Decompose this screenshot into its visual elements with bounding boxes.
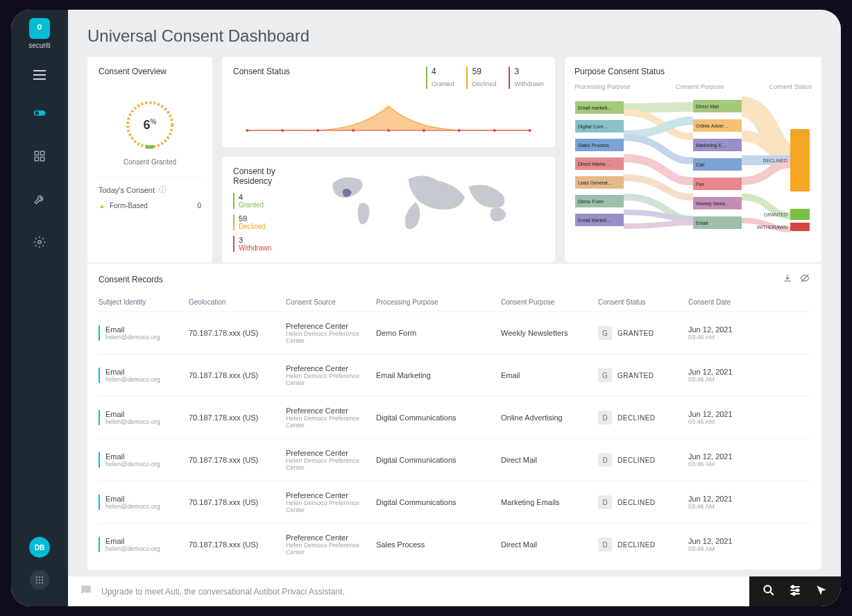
cell-geo: 70.187.178.xxx (US) <box>189 456 286 464</box>
th-geo: Geolocation <box>189 298 286 306</box>
sliders-icon[interactable] <box>788 583 802 600</box>
menu-toggle[interactable] <box>33 70 46 83</box>
sankey-col1: Processing Purpose <box>574 83 631 90</box>
avatar[interactable]: DB <box>29 537 50 558</box>
world-map <box>318 166 544 253</box>
purpose-title: Purpose Consent Status <box>574 67 812 76</box>
cell-date: Jun 12, 2021 03:46 AM <box>688 537 778 552</box>
gauge-unit: % <box>151 118 157 126</box>
brand-text: securiti <box>28 42 51 49</box>
cell-identity: Email helen@democo.org <box>99 537 189 552</box>
sankey-mid-label: Direct Mail <box>696 104 719 109</box>
cell-geo: 70.187.178.xxx (US) <box>189 413 286 422</box>
cell-source: Preference Center Helen Democo Preferenc… <box>286 407 376 429</box>
table-head: Subject Identity Geolocation Consent Sou… <box>99 286 810 311</box>
res-withdrawn-lbl: Withdrawn <box>239 244 309 252</box>
cell-purpose: Direct Mail <box>501 456 598 464</box>
table-row[interactable]: Email helen@democo.org 70.187.178.xxx (U… <box>99 481 810 523</box>
sankey-mid-label: Call <box>696 162 705 167</box>
info-icon[interactable]: ⓘ <box>159 185 167 195</box>
cell-processing: Digital Communications <box>376 498 501 506</box>
sankey-status-declined: DECLINED <box>763 158 787 163</box>
sankey-mid-label: Marketing E… <box>696 143 726 148</box>
th-status: Consent Status <box>598 298 688 306</box>
nav-grid-icon[interactable] <box>26 142 53 170</box>
sankey-status-withdrawn: WITHDRAWN <box>757 225 787 230</box>
svg-point-29 <box>493 129 496 132</box>
visibility-icon[interactable] <box>799 273 810 286</box>
table-row[interactable]: Email helen@democo.org 70.187.178.xxx (U… <box>99 523 810 565</box>
sankey-left-label: Lead Generat… <box>578 180 613 185</box>
svg-point-24 <box>316 129 319 132</box>
table-row[interactable]: Email helen@democo.org 70.187.178.xxx (U… <box>99 311 810 354</box>
res-withdrawn-num: 3 <box>239 236 309 244</box>
svg-point-26 <box>387 129 390 132</box>
sankey-chart: Email marketi…Digital Com…Sales ProcessD… <box>574 94 812 240</box>
cell-processing: Sales Process <box>376 540 501 549</box>
cell-source: Preference Center Helen Democo Preferenc… <box>286 364 376 386</box>
table-row[interactable]: Email helen@democo.org 70.187.178.xxx (U… <box>99 438 810 481</box>
consent-overview-card: Consent Overview 6% Consent Granted Toda… <box>87 57 212 262</box>
sankey-mid-label: Online Adver… <box>696 123 729 128</box>
chat-actions <box>749 576 841 606</box>
svg-rect-2 <box>33 78 46 80</box>
sankey-status-granted: GRANTED <box>764 212 787 217</box>
sankey-left-label: Sales Process <box>578 143 609 148</box>
consent-gauge: 6% <box>122 97 178 153</box>
svg-point-30 <box>529 129 531 132</box>
cell-date: Jun 12, 2021 03:46 AM <box>688 325 778 341</box>
sankey-left-label: Direct Marke… <box>578 162 611 166</box>
cell-geo: 70.187.178.xxx (US) <box>189 329 286 337</box>
sankey-col3: Consent Status <box>769 83 812 90</box>
apps-icon[interactable] <box>30 570 49 590</box>
th-purpose: Consent Purpose <box>501 298 598 306</box>
sidebar-nav <box>26 99 53 256</box>
svg-rect-5 <box>35 151 38 155</box>
cell-geo: 70.187.178.xxx (US) <box>189 371 286 379</box>
consent-records: Consent Records Subject Identity Geoloca… <box>87 264 821 570</box>
cell-processing: Digital Communications <box>376 456 501 464</box>
cursor-icon[interactable] <box>815 583 828 600</box>
cell-date: Jun 12, 2021 03:46 AM <box>688 495 778 510</box>
download-icon[interactable] <box>783 273 792 286</box>
purpose-consent-card: Purpose Consent Status Processing Purpos… <box>565 57 821 262</box>
main: Universal Consent Dashboard Consent Over… <box>68 10 841 606</box>
search-icon[interactable] <box>762 583 776 600</box>
svg-point-10 <box>36 576 37 578</box>
sankey-mid-label: Weekly News… <box>696 201 730 207</box>
cell-status: G GRANTED <box>598 326 688 340</box>
cell-identity: Email helen@democo.org <box>99 452 189 468</box>
cell-geo: 70.187.178.xxx (US) <box>189 540 286 549</box>
cell-source: Preference Center Helen Democo Preferenc… <box>286 491 376 513</box>
cell-source: Preference Center Helen Democo Preferenc… <box>286 449 376 471</box>
form-based-value: 0 <box>197 202 201 209</box>
chat-input[interactable]: Upgrade to meet Auti, the conversational… <box>68 576 749 606</box>
consent-residency-card: Consent by Residency 4 Granted 59 Declin… <box>222 157 555 262</box>
table-row[interactable]: Email helen@democo.org 70.187.178.xxx (U… <box>99 354 810 396</box>
sankey-mid-label: Email <box>696 221 708 225</box>
cell-source: Preference Center Helen Democo Preferenc… <box>286 533 376 556</box>
status-withdrawn-lbl: Withdrawn <box>514 80 544 87</box>
nav-gear-icon[interactable] <box>26 228 53 256</box>
chat-bar: Upgrade to meet Auti, the conversational… <box>68 576 841 606</box>
res-granted-num: 4 <box>239 193 309 201</box>
status-title: Consent Status <box>233 67 290 82</box>
brand-logo-icon <box>29 18 50 39</box>
nav-consent[interactable] <box>26 99 53 127</box>
cell-identity: Email helen@democo.org <box>99 325 189 341</box>
svg-point-12 <box>42 576 43 578</box>
th-source: Consent Source <box>286 298 376 306</box>
cell-date: Jun 12, 2021 03:46 AM <box>688 410 778 425</box>
svg-rect-7 <box>35 157 38 161</box>
records-title: Consent Records <box>99 275 163 284</box>
svg-point-27 <box>423 129 425 132</box>
brand: securiti <box>28 18 51 49</box>
nav-wrench-icon[interactable] <box>26 185 53 213</box>
th-processing: Processing Purpose <box>376 298 501 306</box>
status-granted-num: 4 <box>432 67 454 76</box>
cell-purpose: Direct Mail <box>501 540 598 549</box>
sankey-mid-label: Fax <box>696 182 704 187</box>
page-title: Universal Consent Dashboard <box>68 10 841 57</box>
table-row[interactable]: Email helen@democo.org 70.187.178.xxx (U… <box>99 396 810 438</box>
sankey-left-label: Digital Com… <box>578 124 608 130</box>
